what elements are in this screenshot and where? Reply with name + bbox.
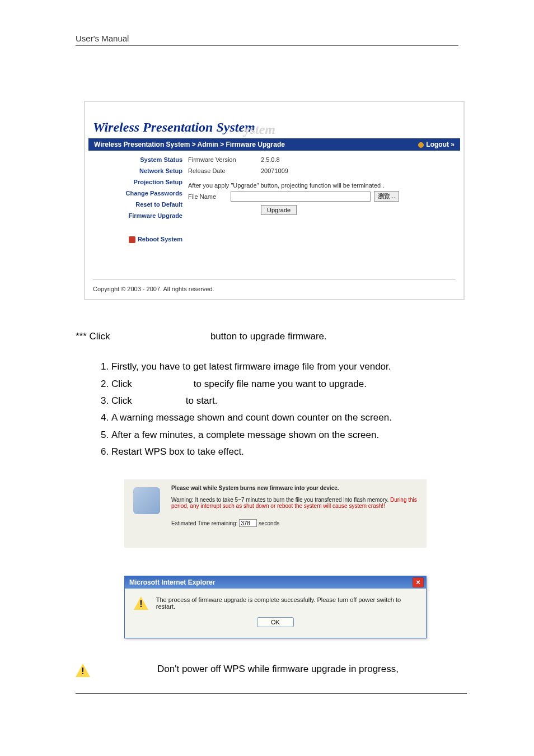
click-line-pre: *** Click: [76, 331, 110, 342]
ie-dialog-message: The process of firmware upgrade is compl…: [156, 596, 419, 610]
copyright: Copyright © 2003 - 2007. All rights rese…: [93, 279, 456, 292]
footer-warning-text: Don't power off WPS while firmware upgra…: [157, 664, 399, 675]
burning-progress-panel: Please wait while System burns new firmw…: [124, 479, 427, 548]
alert-icon: [134, 596, 148, 610]
admin-screenshot: Wireless Presentation System Wireless Pr…: [84, 101, 465, 300]
timer-seconds-input[interactable]: [239, 519, 257, 527]
sidebar-item-system-status[interactable]: System Status: [88, 154, 182, 165]
step-4: A warning message shown and count down c…: [111, 409, 467, 426]
sidebar-item-reset-to-default[interactable]: Reset to Default: [88, 199, 182, 210]
steps-list: Firstly, you have to get latest firmware…: [76, 358, 467, 460]
wait-warning: Warning: It needs to take 5~7 minutes to…: [171, 497, 421, 509]
sidebar: System Status Network Setup Projection S…: [88, 154, 188, 245]
firmware-version-value: 2.5.0.8: [261, 156, 460, 163]
main-area: Firmware Version 2.5.0.8 Release Date 20…: [188, 154, 460, 245]
step-5: After a few minutes, a complete message …: [111, 427, 467, 444]
page-rule: [76, 693, 467, 694]
step-2: Clickto specify file name you want to up…: [111, 376, 467, 393]
sidebar-item-change-passwords[interactable]: Change Passwords: [88, 188, 182, 199]
sidebar-item-network-setup[interactable]: Network Setup: [88, 165, 182, 176]
click-line-post: button to upgrade firmware.: [210, 331, 327, 342]
app-title: Wireless Presentation System: [85, 102, 463, 138]
file-name-input[interactable]: [231, 192, 371, 202]
step-1: Firstly, you have to get latest firmware…: [111, 358, 467, 375]
body-text: *** Click button to upgrade firmware. Fi…: [76, 329, 467, 460]
logout-link[interactable]: Logout »: [418, 138, 455, 151]
step-3: Clickto start.: [111, 393, 467, 409]
wait-timer: Estimated Time remaining: seconds: [171, 519, 421, 527]
release-date-value: 20071009: [261, 167, 460, 174]
manual-title: User's Manual: [76, 34, 129, 43]
page-header: User's Manual: [76, 34, 458, 46]
ok-button[interactable]: OK: [257, 617, 294, 627]
breadcrumb-bar: Wireless Presentation System > Admin > F…: [88, 138, 460, 151]
ie-dialog: Microsoft Internet Explorer × The proces…: [124, 576, 427, 638]
alert-icon: [76, 664, 90, 677]
browse-button[interactable]: 瀏覽...: [374, 191, 399, 202]
firmware-version-label: Firmware Version: [188, 156, 261, 163]
upgrade-button[interactable]: Upgrade: [261, 205, 297, 215]
sidebar-item-projection-setup[interactable]: Projection Setup: [88, 176, 182, 188]
breadcrumb: Wireless Presentation System > Admin > F…: [94, 138, 285, 151]
ie-dialog-title: Microsoft Internet Explorer: [129, 576, 215, 589]
footer-warning: Don't power off WPS while firmware upgra…: [76, 664, 467, 677]
close-icon[interactable]: ×: [413, 577, 424, 587]
wait-title: Please wait while System burns new firmw…: [171, 485, 421, 491]
sidebar-item-firmware-upgrade[interactable]: Firmware Upgrade: [88, 210, 182, 221]
upgrade-warning: After you apply "Upgrade" button, projec…: [188, 176, 460, 191]
file-name-label: File Name: [188, 193, 227, 200]
release-date-label: Release Date: [188, 167, 261, 174]
step-6: Restart WPS box to take effect.: [111, 444, 467, 460]
sidebar-item-reboot-system[interactable]: Reboot System: [88, 234, 182, 245]
burning-icon: [124, 479, 169, 548]
